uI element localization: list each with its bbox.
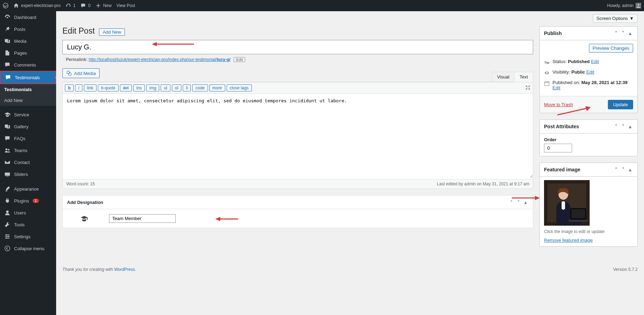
move-down-icon[interactable]: ˅: [620, 166, 626, 173]
ed-btn-b-quote[interactable]: b-quote: [98, 84, 119, 91]
sidebar-item-gallery[interactable]: Gallery: [0, 121, 56, 132]
cap-icon: [80, 215, 88, 222]
svg-rect-31: [571, 209, 585, 218]
toggle-icon[interactable]: ▴: [627, 30, 633, 36]
wordpress-link[interactable]: WordPress: [114, 267, 135, 272]
sidebar-item-sliders[interactable]: Sliders: [0, 168, 56, 180]
content-area: Screen Options ▼ Edit Post Add New Perma…: [56, 11, 644, 315]
svg-point-14: [8, 236, 9, 237]
svg-point-6: [6, 176, 7, 177]
sidebar-item-posts[interactable]: Posts: [0, 23, 56, 35]
move-up-icon[interactable]: ˄: [613, 30, 619, 36]
move-up-icon[interactable]: ˄: [613, 166, 619, 173]
admin-sidebar: DashboardPostsMediaPagesCommentsTestimon…: [0, 11, 56, 315]
featured-image-metabox: Featured image ˄ ˅ ▴: [539, 163, 638, 247]
svg-point-3: [6, 149, 7, 150]
screen-options-toggle[interactable]: Screen Options ▼: [593, 14, 638, 23]
sidebar-item-teams[interactable]: Teams: [0, 144, 56, 156]
tab-text[interactable]: Text: [514, 72, 533, 82]
designation-metabox: Add Designation ˄ ˅ ▴: [62, 195, 533, 228]
edit-date-link[interactable]: Edit: [552, 85, 560, 90]
update-button[interactable]: Update: [608, 100, 633, 109]
comments-link[interactable]: 0: [80, 3, 90, 8]
collapse-icon: [4, 245, 11, 252]
svg-rect-32: [569, 220, 588, 222]
ed-btn-del[interactable]: del: [120, 84, 132, 91]
new-link[interactable]: New: [95, 3, 112, 8]
sidebar-item-service[interactable]: Service: [0, 109, 56, 121]
page-icon: [4, 50, 11, 56]
sidebar-item-contact[interactable]: Contact: [0, 156, 56, 168]
svg-marker-26: [585, 106, 591, 111]
preview-changes-button[interactable]: Preview Changes: [589, 44, 633, 53]
sidebar-item-testimonials[interactable]: Testimonials: [0, 71, 56, 84]
site-home-link[interactable]: expert-electrician-pro: [13, 3, 61, 8]
svg-rect-5: [5, 173, 10, 176]
move-down-icon[interactable]: ˅: [515, 199, 522, 205]
cap-icon: [4, 111, 11, 118]
howdy-account[interactable]: Howdy, admin: [607, 3, 641, 8]
sidebar-item-users[interactable]: Users: [0, 207, 56, 219]
post-title-input[interactable]: [62, 40, 533, 54]
edit-visibility-link[interactable]: Edit: [586, 69, 594, 75]
sidebar-item-media[interactable]: Media: [0, 35, 56, 47]
designation-input[interactable]: [109, 214, 176, 223]
sidebar-item-collapse-menu[interactable]: Collapse menu: [0, 242, 56, 254]
permalink-edit-button[interactable]: Edit: [234, 57, 245, 62]
ed-btn-ul[interactable]: ul: [161, 84, 170, 91]
svg-line-25: [557, 108, 588, 115]
edit-status-link[interactable]: Edit: [591, 59, 599, 64]
svg-point-4: [8, 149, 9, 151]
version-label: Version 5.7.2: [613, 267, 638, 272]
toggle-icon[interactable]: ▴: [522, 199, 529, 205]
permalink-link[interactable]: http://localhost/luzuk/expert-electricia…: [89, 57, 230, 62]
calendar-icon: [544, 81, 550, 86]
submenu-item-testimonials[interactable]: Testimonials: [0, 84, 56, 95]
sidebar-item-appearance[interactable]: Appearance: [0, 183, 56, 195]
add-new-button[interactable]: Add New: [99, 28, 125, 36]
ed-btn-more[interactable]: more: [209, 84, 225, 91]
move-down-icon[interactable]: ˅: [620, 30, 626, 36]
sidebar-item-dashboard[interactable]: Dashboard: [0, 11, 56, 23]
permalink-row: Permalink: http://localhost/luzuk/expert…: [62, 54, 533, 65]
content-textarea[interactable]: Lorem ipsum dolor sit amet, consectetur …: [63, 94, 533, 178]
fullscreen-icon[interactable]: [525, 85, 531, 91]
ed-btn-ins[interactable]: ins: [133, 84, 145, 91]
ed-btn-code[interactable]: code: [192, 84, 208, 91]
ed-btn-close-tags[interactable]: close tags: [227, 84, 252, 91]
remove-featured-image-link[interactable]: Remove featured image: [544, 238, 593, 243]
editor-box: bilinkb-quotedelinsimgulollicodemoreclos…: [62, 82, 533, 189]
toggle-icon[interactable]: ▴: [627, 123, 633, 130]
key-icon: [544, 60, 550, 65]
sidebar-item-plugins[interactable]: Plugins1: [0, 195, 56, 207]
svg-point-23: [545, 62, 546, 63]
wp-logo[interactable]: [3, 3, 8, 8]
move-up-icon[interactable]: ˄: [613, 123, 619, 130]
sidebar-item-settings[interactable]: Settings: [0, 231, 56, 242]
submenu-item-add-new[interactable]: Add New: [0, 95, 56, 106]
plugin-icon: [4, 198, 11, 204]
tab-visual[interactable]: Visual: [492, 72, 515, 82]
ed-btn-ol[interactable]: ol: [172, 84, 181, 91]
view-post-link[interactable]: View Post: [116, 3, 135, 8]
toggle-icon[interactable]: ▴: [627, 166, 633, 173]
sidebar-item-pages[interactable]: Pages: [0, 47, 56, 59]
move-up-icon[interactable]: ˄: [508, 199, 515, 205]
move-to-trash-link[interactable]: Move to Trash: [544, 102, 573, 107]
featured-image-thumb[interactable]: [544, 180, 590, 226]
sidebar-item-comments[interactable]: Comments: [0, 59, 56, 71]
ed-btn-b[interactable]: b: [65, 84, 74, 91]
order-input[interactable]: [544, 144, 572, 152]
sidebar-item-faqs[interactable]: FAQs: [0, 132, 56, 144]
ed-btn-i[interactable]: i: [75, 84, 82, 91]
ed-btn-li[interactable]: li: [183, 84, 191, 91]
settings-icon: [4, 233, 11, 240]
move-down-icon[interactable]: ˅: [620, 123, 626, 130]
sidebar-item-tools[interactable]: Tools: [0, 219, 56, 231]
updates-link[interactable]: 1: [66, 3, 76, 8]
ed-btn-link[interactable]: link: [84, 84, 96, 91]
add-media-button[interactable]: Add Media: [62, 68, 100, 78]
ed-btn-img[interactable]: img: [146, 84, 159, 91]
testimonial-icon: [5, 74, 11, 81]
media-icon: [4, 38, 11, 44]
